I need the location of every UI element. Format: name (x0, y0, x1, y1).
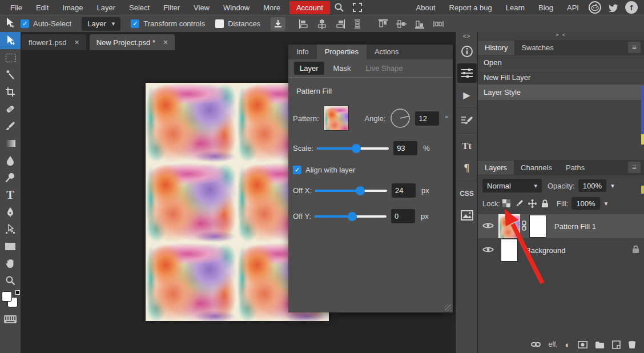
tab-swatches[interactable]: Swatches (514, 41, 560, 55)
distribute-horizontal-icon[interactable] (433, 20, 444, 28)
crop-tool[interactable] (0, 83, 21, 101)
new-layer-icon[interactable] (612, 340, 621, 349)
distribute-vertical-icon[interactable] (353, 19, 361, 29)
menu-window[interactable]: Window (216, 1, 256, 14)
history-item-open[interactable]: Open (478, 55, 644, 70)
opacity-dropdown-icon[interactable]: ▼ (610, 183, 615, 189)
offset-y-slider[interactable] (315, 212, 387, 220)
info-panel-icon[interactable] (457, 42, 477, 61)
fullscreen-icon[interactable] (351, 2, 364, 13)
gradient-tool[interactable] (0, 135, 21, 152)
lock-pixels-icon[interactable] (515, 199, 524, 208)
visibility-eye-icon[interactable] (482, 222, 494, 231)
lock-position-icon[interactable] (528, 199, 537, 208)
link-layers-icon[interactable] (531, 342, 541, 347)
tab-actions[interactable]: Actions (367, 45, 407, 59)
align-right-icon[interactable] (335, 19, 345, 29)
distances-checkbox[interactable] (215, 19, 224, 28)
panel-menu-icon[interactable]: ≡ (628, 162, 641, 173)
path-select-tool[interactable] (0, 220, 21, 238)
offset-x-slider[interactable] (315, 187, 387, 195)
tool-presets-panel-icon[interactable] (457, 111, 477, 130)
keyboard-icon[interactable] (4, 315, 17, 323)
link-api[interactable]: API (560, 1, 586, 14)
menu-select[interactable]: Select (122, 1, 156, 14)
history-item-new-fill-layer[interactable]: New Fill Layer (478, 70, 644, 85)
link-blog[interactable]: Blog (532, 1, 560, 14)
blur-tool[interactable] (0, 152, 21, 169)
tab-history[interactable]: History (478, 41, 514, 55)
pattern-thumbnail[interactable] (324, 106, 349, 131)
layer-mask-link-icon[interactable] (521, 220, 527, 232)
subtab-layer[interactable]: Layer (294, 62, 324, 75)
panel-resize-grip[interactable] (445, 304, 452, 311)
account-button[interactable]: Account (289, 1, 330, 14)
menu-more[interactable]: More (256, 1, 287, 14)
color-swatches[interactable] (2, 291, 19, 310)
align-center-horizontal-icon[interactable] (317, 19, 327, 29)
adjustment-layer-icon[interactable]: ◐ (565, 340, 570, 350)
search-icon[interactable] (332, 2, 346, 13)
zoom-tool[interactable] (0, 272, 21, 289)
css-panel-icon[interactable]: CSS (457, 184, 477, 203)
tab-channels[interactable]: Channels (514, 161, 559, 175)
menu-image[interactable]: Image (55, 1, 90, 14)
default-colors-icon[interactable] (15, 290, 20, 295)
scale-slider[interactable] (317, 145, 389, 153)
shape-tool[interactable] (0, 238, 21, 255)
layer-row-background[interactable]: Background (478, 238, 644, 262)
offset-x-input[interactable] (392, 183, 416, 198)
link-learn[interactable]: Learn (499, 1, 532, 14)
tab-layers[interactable]: Layers (478, 161, 514, 175)
history-item-layer-style[interactable]: Layer Style (478, 85, 644, 100)
angle-dial[interactable] (390, 108, 410, 129)
menu-file[interactable]: File (3, 1, 29, 14)
link-report-a-bug[interactable]: Report a bug (442, 1, 499, 14)
paragraph-panel-icon[interactable]: ¶ (457, 158, 477, 178)
scale-input[interactable] (393, 141, 417, 155)
scale-slider-knob[interactable] (352, 144, 361, 153)
blend-mode-dropdown[interactable]: Normal ▾ (482, 179, 542, 192)
auto-select-checkbox[interactable]: ✓ (21, 19, 29, 28)
image-panel-icon[interactable] (457, 206, 477, 225)
brush-tool[interactable] (0, 118, 21, 135)
transform-controls-option[interactable]: ✓ Transform controls (131, 19, 205, 28)
twitter-icon[interactable] (607, 1, 619, 14)
align-top-icon[interactable] (378, 19, 388, 29)
foreground-color-swatch[interactable] (2, 291, 12, 302)
marquee-select-tool[interactable] (0, 49, 21, 66)
delete-layer-icon[interactable] (628, 340, 636, 349)
tab-paths[interactable]: Paths (559, 161, 591, 175)
menu-filter[interactable]: Filter (156, 1, 187, 14)
align-with-layer-checkbox[interactable]: ✓ (293, 166, 301, 174)
distances-option[interactable]: Distances (215, 19, 260, 28)
new-folder-icon[interactable] (595, 341, 605, 348)
fill-dropdown-icon[interactable]: ▼ (603, 200, 609, 207)
reddit-icon[interactable] (589, 1, 601, 14)
healing-brush-tool[interactable] (0, 101, 21, 118)
dodge-tool[interactable] (0, 169, 21, 186)
menu-edit[interactable]: Edit (29, 1, 55, 14)
subtab-mask[interactable]: Mask (328, 62, 357, 75)
opacity-value[interactable]: 100% (578, 179, 606, 192)
properties-panel-icon[interactable] (457, 63, 477, 83)
auto-select-option[interactable]: ✓ Auto-Select (21, 19, 71, 28)
tab-new-project[interactable]: New Project.psd * × (90, 34, 175, 50)
panel-menu-icon[interactable]: ≡ (628, 42, 641, 53)
download-button[interactable] (271, 17, 285, 31)
auto-select-target-dropdown[interactable]: Layer ▾ (82, 17, 120, 31)
move-tool[interactable] (0, 32, 21, 49)
align-left-icon[interactable] (299, 19, 309, 29)
tab-properties[interactable]: Properties (317, 45, 367, 59)
lock-all-icon[interactable] (541, 199, 549, 208)
menu-view[interactable]: View (187, 1, 216, 14)
layer-effects-icon[interactable]: eff, (548, 340, 557, 348)
tab-info[interactable]: Info (288, 45, 317, 59)
align-middle-vertical-icon[interactable] (396, 19, 406, 29)
layer-row-pattern-fill[interactable]: Pattern Fill 1 (478, 214, 644, 238)
hand-tool[interactable] (0, 255, 21, 272)
magic-wand-tool[interactable] (0, 66, 21, 83)
angle-input[interactable] (415, 111, 439, 126)
fill-value[interactable]: 100% (571, 197, 599, 210)
collapse-rail-icon[interactable]: <> (463, 32, 471, 41)
